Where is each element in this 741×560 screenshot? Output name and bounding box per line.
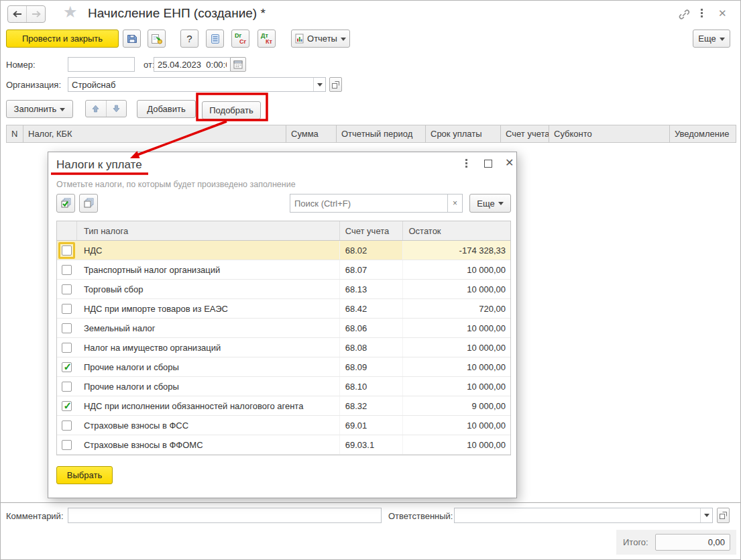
- tax-checkbox[interactable]: [62, 343, 72, 353]
- tax-row[interactable]: Прочие налоги и сборы 68.09 10 000,00: [57, 357, 510, 377]
- dtkt-icon: Дт Кт: [258, 30, 275, 47]
- checkbox-focus-ring: [58, 437, 75, 453]
- tax-account-cell: 69.03.1: [340, 435, 404, 454]
- add-row-button[interactable]: Добавить: [137, 100, 196, 118]
- tax-row[interactable]: НДС при импорте товаров из ЕАЭС 68.42 72…: [57, 299, 510, 319]
- tax-checkbox[interactable]: [62, 421, 72, 431]
- main-column-header-6[interactable]: Субконто: [549, 125, 670, 142]
- organization-open-button[interactable]: [329, 77, 342, 92]
- tax-checkbox[interactable]: [62, 265, 72, 275]
- organization-combo[interactable]: Стройснаб: [68, 77, 326, 92]
- tax-account-cell: 68.08: [340, 338, 404, 357]
- main-column-header-1[interactable]: Налог, КБК: [23, 125, 286, 142]
- tax-name-cell: Земельный налог: [77, 319, 340, 337]
- uncheck-all-button[interactable]: [79, 194, 98, 213]
- window-more-icon[interactable]: [701, 9, 703, 17]
- reports-button[interactable]: Отчеты: [291, 30, 350, 48]
- main-column-header-0[interactable]: N: [7, 125, 23, 142]
- tax-row[interactable]: НДС при исполнении обязанностей налогово…: [57, 396, 510, 416]
- move-up-button[interactable]: [86, 101, 106, 117]
- dialog-maximize-icon[interactable]: [484, 160, 492, 168]
- responsible-dropdown-button[interactable]: [700, 508, 712, 522]
- more-button-top[interactable]: Еще: [693, 30, 730, 48]
- organization-dropdown-button[interactable]: [313, 78, 325, 91]
- main-column-header-5[interactable]: Счет учета: [501, 125, 549, 142]
- column-header-tax-type[interactable]: Тип налога: [77, 221, 340, 240]
- main-column-header-7[interactable]: Уведомление: [670, 125, 736, 142]
- tax-checkbox[interactable]: [62, 323, 72, 333]
- total-label: Итого:: [623, 537, 648, 547]
- tax-row[interactable]: Земельный налог 68.06 10 000,00: [57, 319, 510, 338]
- back-button[interactable]: [8, 6, 26, 22]
- total-panel: Итого: 0,00: [616, 530, 736, 555]
- favorite-star-icon[interactable]: ★: [63, 3, 78, 21]
- pick-button[interactable]: Подобрать: [202, 101, 261, 119]
- tax-row[interactable]: Транспортный налог организаций 68.07 10 …: [57, 260, 510, 280]
- fill-label: Заполнить: [14, 104, 57, 114]
- dialog-close-icon[interactable]: ✕: [505, 156, 514, 169]
- dialog-more-icon[interactable]: [465, 159, 467, 168]
- main-column-header-2[interactable]: Сумма: [286, 125, 337, 142]
- checkbox-focus-ring: [58, 242, 75, 259]
- dtkt-register-button[interactable]: Дт Кт: [258, 30, 276, 48]
- tax-checkbox[interactable]: [62, 440, 72, 450]
- chevron-down-icon: [60, 108, 65, 114]
- tax-balance-cell: 10 000,00: [403, 260, 510, 279]
- add-label: Добавить: [147, 104, 185, 114]
- tax-account-cell: 69.01: [340, 416, 404, 435]
- date-input[interactable]: [154, 57, 231, 72]
- tax-table: Тип налога Счет учета Остаток НДС 68.02 …: [56, 221, 511, 455]
- column-header-balance[interactable]: Остаток: [403, 221, 510, 240]
- tax-checkbox[interactable]: [62, 245, 72, 256]
- drcr-register-button[interactable]: Dr Cr: [231, 30, 249, 48]
- tax-row[interactable]: Прочие налоги и сборы 68.10 10 000,00: [57, 377, 510, 396]
- tax-checkbox[interactable]: [62, 304, 72, 314]
- fill-button[interactable]: Заполнить: [6, 100, 73, 118]
- search-input[interactable]: [290, 194, 447, 212]
- window-close-icon[interactable]: ✕: [718, 7, 727, 19]
- organization-value: Стройснаб: [68, 80, 313, 90]
- select-button[interactable]: Выбрать: [56, 466, 113, 484]
- dialog-more-button[interactable]: Еще: [469, 194, 511, 213]
- journal-list-icon: [211, 34, 220, 44]
- tax-account-cell: 68.13: [340, 280, 404, 298]
- footer-divider: [1, 502, 741, 503]
- search-clear-icon[interactable]: ×: [447, 194, 462, 212]
- number-input[interactable]: [68, 57, 135, 72]
- save-button[interactable]: [123, 30, 141, 48]
- tax-checkbox[interactable]: [62, 382, 72, 392]
- tax-account-cell: 68.32: [340, 396, 404, 415]
- tax-balance-cell: 10 000,00: [403, 357, 510, 376]
- post-document-button[interactable]: [148, 30, 166, 48]
- responsible-open-button[interactable]: [717, 508, 730, 523]
- tax-row[interactable]: Страховые взносы в ФФОМС 69.03.1 10 000,…: [57, 435, 510, 455]
- column-header-checkbox[interactable]: [57, 221, 77, 240]
- move-down-button[interactable]: [106, 101, 127, 117]
- main-column-header-4[interactable]: Срок уплаты: [426, 125, 501, 142]
- tax-row[interactable]: НДС 68.02 -174 328,33: [57, 241, 510, 260]
- tax-balance-cell: 10 000,00: [403, 280, 510, 298]
- taxes-dialog: Налоги к уплате ✕ Отметьте налоги, по ко…: [48, 152, 517, 498]
- responsible-combo[interactable]: [454, 508, 713, 523]
- journal-button[interactable]: [206, 30, 224, 48]
- main-column-header-3[interactable]: Отчетный период: [337, 125, 426, 142]
- link-icon[interactable]: [678, 9, 691, 20]
- post-and-close-button[interactable]: Провести и закрыть: [6, 30, 119, 48]
- arrow-left-icon: [12, 9, 23, 19]
- checkbox-focus-ring: [58, 339, 75, 356]
- organization-label: Организация:: [6, 80, 61, 90]
- help-button[interactable]: ?: [180, 30, 198, 48]
- calendar-button[interactable]: [230, 57, 246, 72]
- tax-row[interactable]: Страховые взносы в ФСС 69.01 10 000,00: [57, 416, 510, 435]
- tax-row[interactable]: Торговый сбор 68.13 10 000,00: [57, 280, 510, 299]
- comment-input[interactable]: [68, 508, 382, 523]
- total-value: 0,00: [655, 534, 730, 551]
- forward-button[interactable]: [26, 6, 45, 22]
- check-all-button[interactable]: [56, 194, 75, 213]
- tax-checkbox[interactable]: [62, 401, 72, 411]
- column-header-account[interactable]: Счет учета: [340, 221, 404, 240]
- dialog-title: Налоги к уплате: [56, 158, 142, 172]
- tax-checkbox[interactable]: [62, 362, 72, 372]
- tax-row[interactable]: Налог на имущество организаций 68.08 10 …: [57, 338, 510, 357]
- tax-checkbox[interactable]: [62, 284, 72, 294]
